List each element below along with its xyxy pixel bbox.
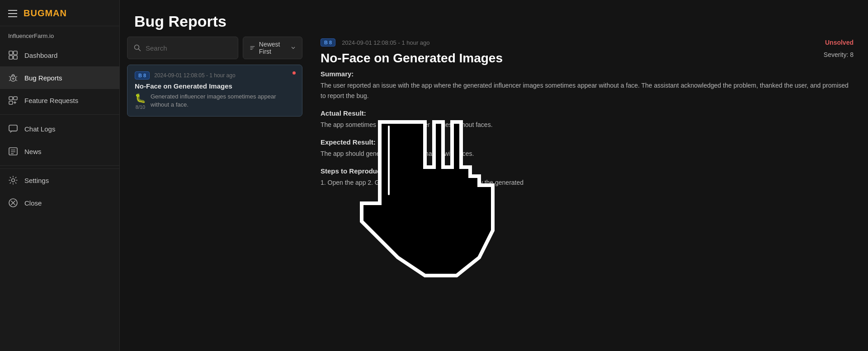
svg-line-9	[9, 80, 10, 81]
sort-dropdown[interactable]: Newest First	[243, 37, 302, 59]
sidebar: BUGMAN InfluencerFarm.io Dashboard	[0, 0, 120, 351]
dashboard-icon	[8, 50, 18, 60]
svg-rect-11	[9, 97, 13, 100]
sidebar-header: BUGMAN	[0, 0, 119, 26]
app-title: BUGMAN	[24, 8, 67, 19]
detail-badge: B 8	[321, 38, 335, 47]
bug-timestamp: 2024-09-01 12:08:05 - 1 hour ago	[154, 72, 235, 79]
bug-severity-block: 🐛 8/10	[135, 93, 146, 110]
svg-rect-12	[14, 97, 17, 100]
bug-unread-dot	[292, 71, 296, 75]
sidebar-item-chat-logs[interactable]: Chat Logs	[0, 117, 119, 140]
bug-list-panel: Newest First B 8 2024-09-01 12:08:05 - 1…	[120, 37, 310, 351]
svg-line-26	[139, 49, 141, 51]
svg-line-8	[16, 76, 17, 77]
feature-icon	[8, 95, 18, 105]
detail-timestamp: 2024-09-01 12:08:05 - 1 hour ago	[342, 39, 429, 46]
sidebar-item-settings[interactable]: Settings	[0, 168, 119, 192]
actual-result-content: The app sometimes displays influencer im…	[321, 120, 854, 130]
sidebar-item-close[interactable]: Close	[0, 192, 119, 214]
bug-detail-panel: B 8 2024-09-01 12:08:05 - 1 hour ago Uns…	[310, 37, 868, 351]
main-content: Bug Reports Newest	[120, 0, 868, 351]
svg-line-10	[16, 80, 17, 81]
sidebar-item-bug-reports-label: Bug Reports	[24, 74, 62, 82]
svg-rect-3	[14, 56, 17, 59]
steps-content: 1. Open the app 2. Generate Influencer I…	[321, 178, 854, 188]
detail-title: No-Face on Generated Images	[321, 51, 503, 66]
search-input[interactable]	[146, 44, 231, 52]
sort-icon	[250, 44, 255, 51]
sidebar-item-chat-logs-label: Chat Logs	[24, 125, 55, 133]
nav-items: Dashboard Bug Reports	[0, 44, 119, 351]
sidebar-item-close-label: Close	[24, 199, 42, 207]
svg-line-7	[9, 76, 10, 77]
chevron-down-icon	[291, 45, 296, 51]
svg-rect-13	[9, 101, 13, 104]
steps-label: Steps to Reproduce:	[321, 167, 854, 175]
workspace-name: InfluencerFarm.io	[0, 26, 119, 44]
bug-card[interactable]: B 8 2024-09-01 12:08:05 - 1 hour ago No-…	[127, 65, 302, 117]
filter-row: Newest First	[127, 37, 302, 59]
bug-card-description: Generated influencer images sometimes ap…	[151, 93, 295, 109]
sidebar-item-feature-requests-label: Feature Requests	[24, 97, 78, 104]
detail-severity: Severity: 8	[824, 51, 854, 58]
svg-point-21	[12, 179, 15, 182]
sidebar-item-dashboard-label: Dashboard	[24, 51, 57, 59]
close-icon	[8, 198, 18, 208]
sidebar-item-bug-reports[interactable]: Bug Reports	[0, 66, 119, 89]
bug-severity-icon: 🐛	[135, 93, 146, 103]
bug-badge: B 8	[135, 71, 150, 80]
content-area: Newest First B 8 2024-09-01 12:08:05 - 1…	[120, 37, 868, 351]
sidebar-item-news-label: News	[24, 148, 42, 155]
sidebar-item-news[interactable]: News	[0, 140, 119, 163]
sidebar-item-feature-requests[interactable]: Feature Requests	[0, 89, 119, 112]
search-bar	[127, 37, 238, 59]
sidebar-item-settings-label: Settings	[24, 177, 49, 184]
bug-card-body: 🐛 8/10 Generated influencer images somet…	[135, 93, 295, 110]
expected-result-label: Expected Result:	[321, 138, 854, 146]
svg-rect-2	[9, 56, 13, 59]
bug-severity-score: 8/10	[136, 104, 145, 110]
page-title: Bug Reports	[134, 13, 854, 30]
chat-icon	[8, 124, 18, 134]
svg-rect-16	[9, 125, 17, 131]
bug-icon	[8, 73, 18, 83]
bug-card-top: B 8 2024-09-01 12:08:05 - 1 hour ago	[135, 71, 295, 80]
summary-content: The user reported an issue with the app …	[321, 80, 854, 101]
search-icon	[134, 44, 141, 51]
bug-card-title: No-Face on Generated Images	[135, 82, 295, 90]
svg-rect-0	[9, 51, 13, 55]
summary-label: Summary:	[321, 70, 854, 78]
page-header: Bug Reports	[120, 0, 868, 37]
sort-label: Newest First	[259, 41, 287, 55]
sidebar-item-dashboard[interactable]: Dashboard	[0, 44, 119, 66]
detail-header: B 8 2024-09-01 12:08:05 - 1 hour ago Uns…	[321, 37, 854, 47]
actual-result-label: Actual Result:	[321, 109, 854, 117]
menu-icon[interactable]	[8, 10, 17, 17]
svg-rect-1	[14, 51, 17, 55]
news-icon	[8, 146, 18, 156]
detail-status: Unsolved	[825, 39, 854, 46]
expected-result-content: The app should generate influencer image…	[321, 149, 854, 159]
settings-icon	[8, 175, 18, 185]
